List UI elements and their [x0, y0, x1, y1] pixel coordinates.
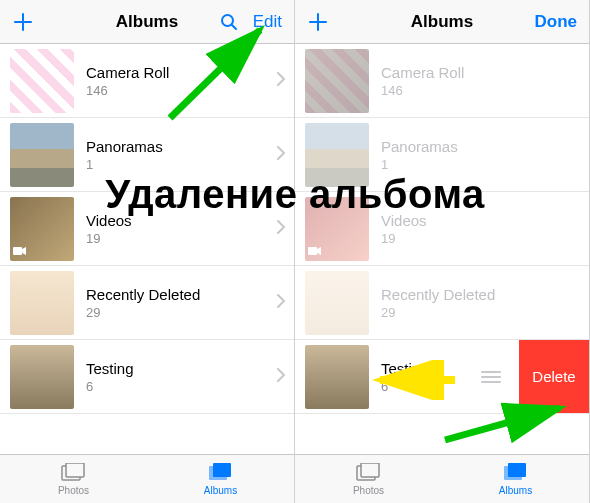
album-row: Videos 19	[295, 192, 589, 266]
album-thumbnail	[10, 271, 74, 335]
svg-rect-8	[361, 463, 379, 477]
album-thumbnail	[10, 197, 74, 261]
album-row: Camera Roll 146	[295, 44, 589, 118]
album-title: Videos	[381, 212, 581, 229]
search-icon[interactable]	[219, 12, 239, 32]
album-row-editing[interactable]: Testing 6 Delete	[295, 340, 589, 414]
album-count: 146	[86, 83, 273, 98]
album-thumbnail	[305, 123, 369, 187]
delete-button[interactable]: Delete	[519, 340, 589, 413]
album-list-edit: Camera Roll 146 Panoramas 1 Videos	[295, 44, 589, 454]
tab-label: Albums	[204, 485, 237, 496]
album-thumbnail	[10, 49, 74, 113]
add-album-icon[interactable]	[12, 11, 34, 33]
reorder-grip-icon[interactable]	[479, 371, 503, 383]
svg-rect-1	[13, 247, 22, 255]
album-row[interactable]: Testing 6	[0, 340, 294, 414]
svg-rect-10	[508, 463, 526, 477]
album-count: 1	[86, 157, 273, 172]
tab-label: Photos	[353, 485, 384, 496]
add-album-icon[interactable]	[307, 11, 329, 33]
album-count: 6	[86, 379, 273, 394]
video-icon	[308, 246, 322, 258]
album-count: 29	[381, 305, 581, 320]
album-thumbnail	[10, 345, 74, 409]
album-list: Camera Roll 146 Panoramas 1	[0, 44, 294, 454]
chevron-right-icon	[277, 368, 286, 386]
chevron-right-icon	[277, 146, 286, 164]
album-row[interactable]: Recently Deleted 29	[0, 266, 294, 340]
phone-right: Albums Done Camera Roll 146 Panoramas 1	[295, 0, 590, 503]
tab-albums[interactable]: Albums	[442, 455, 589, 503]
album-title: Videos	[86, 212, 273, 229]
album-row: Panoramas 1	[295, 118, 589, 192]
navbar: Albums Edit	[0, 0, 294, 44]
tab-bar: Photos Albums	[0, 454, 294, 503]
album-title: Panoramas	[86, 138, 273, 155]
svg-rect-5	[213, 463, 231, 477]
tab-photos[interactable]: Photos	[295, 455, 442, 503]
album-count: 19	[381, 231, 581, 246]
navbar: Albums Done	[295, 0, 589, 44]
album-thumbnail	[305, 197, 369, 261]
svg-rect-3	[66, 463, 84, 477]
album-title: Camera Roll	[86, 64, 273, 81]
chevron-right-icon	[277, 294, 286, 312]
album-count: 1	[381, 157, 581, 172]
video-icon	[13, 246, 27, 258]
tab-albums[interactable]: Albums	[147, 455, 294, 503]
tab-bar: Photos Albums	[295, 454, 589, 503]
album-title: Testing	[86, 360, 273, 377]
album-count: 29	[86, 305, 273, 320]
album-title: Testing	[381, 360, 479, 377]
tab-label: Albums	[499, 485, 532, 496]
album-count: 6	[381, 379, 479, 394]
svg-rect-6	[308, 247, 317, 255]
edit-button[interactable]: Edit	[253, 12, 282, 32]
album-row[interactable]: Panoramas 1	[0, 118, 294, 192]
album-count: 146	[381, 83, 581, 98]
album-count: 19	[86, 231, 273, 246]
album-title: Panoramas	[381, 138, 581, 155]
navbar-title: Albums	[411, 12, 473, 32]
phone-left: Albums Edit Camera Roll 146	[0, 0, 295, 503]
album-title: Camera Roll	[381, 64, 581, 81]
album-thumbnail	[305, 271, 369, 335]
done-button[interactable]: Done	[535, 12, 578, 32]
album-thumbnail	[305, 49, 369, 113]
album-title: Recently Deleted	[381, 286, 581, 303]
tab-label: Photos	[58, 485, 89, 496]
album-row[interactable]: Videos 19	[0, 192, 294, 266]
album-row: Recently Deleted 29	[295, 266, 589, 340]
navbar-title: Albums	[116, 12, 178, 32]
chevron-right-icon	[277, 220, 286, 238]
album-thumbnail	[10, 123, 74, 187]
chevron-right-icon	[277, 72, 286, 90]
tab-photos[interactable]: Photos	[0, 455, 147, 503]
album-row[interactable]: Camera Roll 146	[0, 44, 294, 118]
album-title: Recently Deleted	[86, 286, 273, 303]
album-thumbnail	[305, 345, 369, 409]
